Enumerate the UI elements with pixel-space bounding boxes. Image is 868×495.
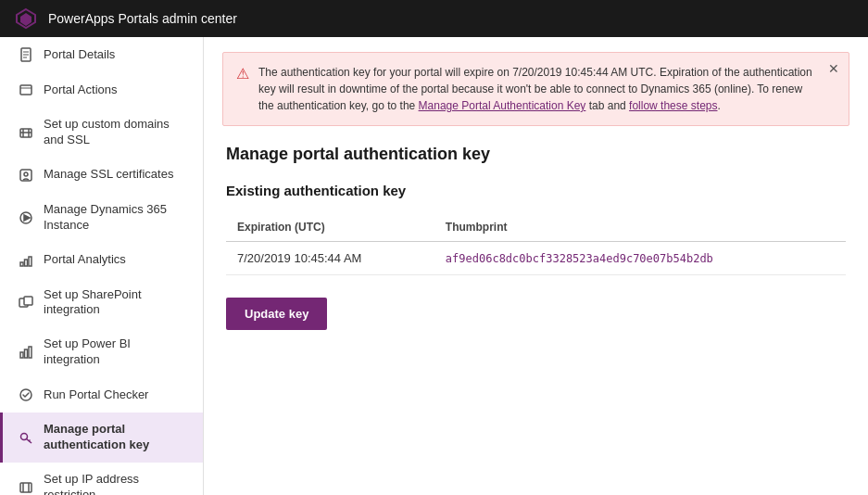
main-layout: Portal Details Portal Actions Set up cus…	[0, 37, 868, 495]
sidebar-label-portal-analytics: Portal Analytics	[44, 252, 126, 268]
sidebar-label-auth-key: Manage portal authentication key	[44, 422, 188, 453]
alert-text-after: .	[717, 99, 720, 112]
svg-point-22	[21, 434, 28, 440]
app-header: PowerApps Portals admin center	[0, 0, 868, 37]
sidebar-item-dynamics-instance[interactable]: Manage Dynamics 365 Instance	[0, 193, 203, 243]
sp-icon	[18, 294, 34, 311]
lightning-icon	[18, 82, 34, 98]
col-header-thumbprint: Thumbprint	[434, 213, 846, 242]
cell-thumbprint: af9ed06c8dc0bcf3328523a4ed9c70e07b54b2db	[434, 242, 846, 275]
chart-icon	[18, 252, 34, 269]
sidebar-item-ip-restriction[interactable]: Set up IP address restriction	[0, 463, 203, 495]
sidebar-label-dynamics-instance: Manage Dynamics 365 Instance	[44, 202, 188, 234]
sidebar-item-portal-details[interactable]: Portal Details	[0, 37, 203, 72]
sidebar-item-custom-domains[interactable]: Set up custom domains and SSL	[0, 108, 203, 158]
alert-error-icon: ⚠	[236, 65, 249, 82]
powerbi-icon	[18, 344, 34, 361]
alert-close-button[interactable]: ✕	[828, 62, 839, 75]
svg-line-24	[29, 440, 31, 442]
svg-rect-25	[20, 483, 31, 492]
sidebar: Portal Details Portal Actions Set up cus…	[0, 37, 204, 495]
doc-icon	[18, 46, 34, 63]
sidebar-item-portal-analytics[interactable]: Portal Analytics	[0, 243, 203, 278]
svg-marker-12	[24, 215, 30, 221]
sidebar-item-ssl-certificates[interactable]: Manage SSL certificates	[0, 158, 203, 193]
sidebar-label-custom-domains: Set up custom domains and SSL	[44, 117, 188, 148]
svg-rect-14	[25, 260, 28, 266]
cell-expiration: 7/20/2019 10:45:44 AM	[226, 242, 434, 275]
cert-icon	[18, 167, 34, 184]
app-title: PowerApps Portals admin center	[48, 11, 237, 26]
alert-link-steps[interactable]: follow these steps	[629, 99, 717, 112]
sidebar-item-portal-checker[interactable]: Run Portal Checker	[0, 377, 203, 412]
sidebar-label-portal-actions: Portal Actions	[44, 82, 118, 98]
globe-icon	[18, 124, 34, 141]
app-logo-icon	[15, 7, 37, 30]
page-body: Manage portal authentication key Existin…	[204, 126, 868, 349]
svg-rect-17	[24, 297, 32, 305]
alert-banner: ⚠ The authentication key for your portal…	[222, 52, 849, 126]
alert-text: The authentication key for your portal w…	[258, 64, 815, 114]
svg-rect-19	[25, 349, 28, 358]
svg-rect-18	[20, 352, 23, 358]
alert-link-manage-key[interactable]: Manage Portal Authentication Key	[419, 99, 586, 112]
svg-rect-15	[29, 257, 31, 266]
table-row: 7/20/2019 10:45:44 AM af9ed06c8dc0bcf332…	[226, 242, 846, 275]
ip-icon	[18, 479, 34, 495]
play-icon	[18, 209, 34, 226]
update-key-button[interactable]: Update key	[226, 298, 327, 330]
sidebar-label-portal-details: Portal Details	[44, 47, 115, 63]
sidebar-label-ip-restriction: Set up IP address restriction	[44, 472, 188, 495]
page-title: Manage portal authentication key	[226, 145, 846, 164]
main-content: ⚠ The authentication key for your portal…	[204, 37, 868, 495]
sidebar-item-powerbi[interactable]: Set up Power BI integration	[0, 327, 203, 377]
sidebar-label-sharepoint: Set up SharePoint integration	[44, 287, 188, 319]
section-title: Existing authentication key	[226, 183, 846, 198]
svg-point-10	[24, 172, 28, 176]
auth-key-table: Expiration (UTC) Thumbprint 7/20/2019 10…	[226, 213, 846, 275]
svg-rect-13	[20, 262, 23, 266]
sidebar-item-portal-actions[interactable]: Portal Actions	[0, 72, 203, 108]
sidebar-label-powerbi: Set up Power BI integration	[44, 336, 188, 368]
svg-marker-1	[20, 13, 31, 26]
sidebar-label-ssl-certificates: Manage SSL certificates	[44, 167, 173, 183]
sidebar-item-sharepoint[interactable]: Set up SharePoint integration	[0, 278, 203, 328]
alert-text-middle: tab and	[585, 99, 629, 112]
svg-rect-20	[29, 347, 31, 358]
col-header-expiration: Expiration (UTC)	[226, 213, 434, 242]
key-icon	[18, 429, 34, 446]
check-icon	[18, 387, 34, 403]
sidebar-label-portal-checker: Run Portal Checker	[44, 387, 148, 403]
svg-rect-6	[20, 85, 31, 95]
sidebar-item-auth-key[interactable]: Manage portal authentication key	[0, 412, 203, 463]
